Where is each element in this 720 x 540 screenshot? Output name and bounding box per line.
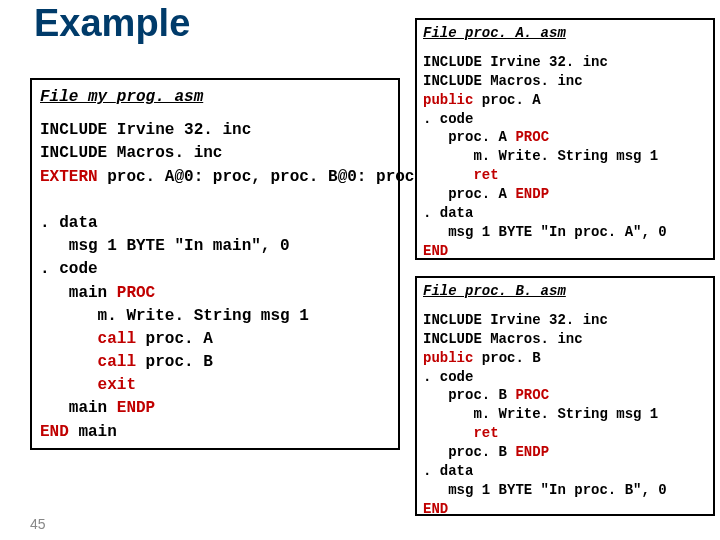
code-line: . data: [423, 204, 707, 223]
slide-title: Example: [34, 4, 194, 42]
code-line: msg 1 BYTE "In proc. B", 0: [423, 481, 707, 500]
code-line: INCLUDE Irvine 32. inc: [423, 53, 707, 72]
code-line: . code: [423, 110, 707, 129]
code-line: END main: [40, 421, 390, 444]
code-line: m. Write. String msg 1: [423, 405, 707, 424]
code-line: . code: [423, 368, 707, 387]
code-line: call proc. B: [40, 351, 390, 374]
code-line: proc. B PROC: [423, 386, 707, 405]
code-line: m. Write. String msg 1: [423, 147, 707, 166]
code-line: msg 1 BYTE "In proc. A", 0: [423, 223, 707, 242]
code-line: END: [423, 500, 707, 519]
page-number: 45: [30, 516, 46, 532]
code-line: EXTERN proc. A@0: proc, proc. B@0: proc: [40, 166, 390, 189]
code-line: main PROC: [40, 282, 390, 305]
code-line: msg 1 BYTE "In main", 0: [40, 235, 390, 258]
code-line: proc. B ENDP: [423, 443, 707, 462]
code-line: call proc. A: [40, 328, 390, 351]
code-line: m. Write. String msg 1: [40, 305, 390, 328]
code-line: INCLUDE Irvine 32. inc: [40, 119, 390, 142]
filename-proca: File proc. A. asm: [423, 24, 707, 43]
code-line: public proc. A: [423, 91, 707, 110]
code-line: INCLUDE Macros. inc: [423, 72, 707, 91]
code-line: proc. A PROC: [423, 128, 707, 147]
code-line: public proc. B: [423, 349, 707, 368]
code-box-proca: File proc. A. asm INCLUDE Irvine 32. inc…: [415, 18, 715, 260]
filename-main: File my_prog. asm: [40, 86, 390, 109]
code-box-procb: File proc. B. asm INCLUDE Irvine 32. inc…: [415, 276, 715, 516]
code-line: exit: [40, 374, 390, 397]
code-line: . data: [423, 462, 707, 481]
code-box-main: File my_prog. asm INCLUDE Irvine 32. inc…: [30, 78, 400, 450]
code-line: ret: [423, 166, 707, 185]
code-line: INCLUDE Macros. inc: [40, 142, 390, 165]
filename-procb: File proc. B. asm: [423, 282, 707, 301]
code-line: INCLUDE Macros. inc: [423, 330, 707, 349]
code-line: proc. A ENDP: [423, 185, 707, 204]
code-line: ret: [423, 424, 707, 443]
code-line: . code: [40, 258, 390, 281]
code-line: END: [423, 242, 707, 261]
code-line: main ENDP: [40, 397, 390, 420]
blank-line: [40, 189, 390, 212]
code-line: . data: [40, 212, 390, 235]
code-line: INCLUDE Irvine 32. inc: [423, 311, 707, 330]
